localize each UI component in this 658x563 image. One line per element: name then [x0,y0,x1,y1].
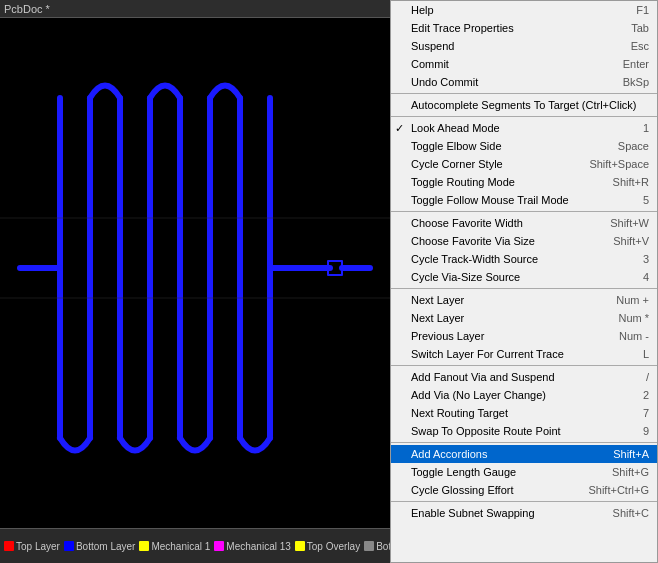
menu-item-label: Add Via (No Layer Change) [411,389,635,401]
layer-item[interactable]: Top Layer [4,541,60,552]
menu-item-add-accordions[interactable]: Add AccordionsShift+A [391,445,657,463]
menu-item-shortcut: Shift+A [613,448,649,460]
menu-item-label: Cycle Corner Style [411,158,581,170]
menu-item-label: Undo Commit [411,76,615,88]
menu-item-cycle-gloss[interactable]: Cycle Glossing EffortShift+Ctrl+G [391,481,657,499]
menu-item-shortcut: Num + [616,294,649,306]
menu-item-label: Next Routing Target [411,407,635,419]
menu-item-autocomplete[interactable]: Autocomplete Segments To Target (Ctrl+Cl… [391,96,657,114]
menu-item-toggle-elbow[interactable]: Toggle Elbow SideSpace [391,137,657,155]
menu-item-label: Next Layer [411,294,608,306]
menu-item-toggle-length[interactable]: Toggle Length GaugeShift+G [391,463,657,481]
menu-item-shortcut: F1 [636,4,649,16]
layer-item[interactable]: Bottom Layer [64,541,135,552]
menu-item-label: Cycle Track-Width Source [411,253,635,265]
menu-item-shortcut: 1 [643,122,649,134]
menu-item-label: Next Layer [411,312,610,324]
menu-item-label: Enable Subnet Swapping [411,507,605,519]
menu-separator [391,288,657,289]
menu-item-enable-subnet[interactable]: Enable Subnet SwappingShift+C [391,504,657,522]
menu-item-shortcut: Shift+R [613,176,649,188]
layer-color-swatch [295,541,305,551]
menu-item-commit[interactable]: CommitEnter [391,55,657,73]
menu-separator [391,116,657,117]
pcb-canvas [0,18,390,528]
menu-item-shortcut: Esc [631,40,649,52]
layer-label: Top Overlay [307,541,360,552]
menu-item-toggle-routing[interactable]: Toggle Routing ModeShift+R [391,173,657,191]
menu-item-shortcut: Enter [623,58,649,70]
layer-label: Top Layer [16,541,60,552]
menu-separator [391,365,657,366]
layer-item[interactable]: Mechanical 1 [139,541,210,552]
menu-item-suspend[interactable]: SuspendEsc [391,37,657,55]
menu-item-label: Edit Trace Properties [411,22,623,34]
menu-item-choose-via[interactable]: Choose Favorite Via SizeShift+V [391,232,657,250]
menu-item-help[interactable]: HelpF1 [391,1,657,19]
layer-color-swatch [364,541,374,551]
menu-item-label: Swap To Opposite Route Point [411,425,635,437]
menu-item-add-fanout[interactable]: Add Fanout Via and Suspend/ [391,368,657,386]
menu-item-edit-trace-props[interactable]: Edit Trace PropertiesTab [391,19,657,37]
title-label: PcbDoc * [4,3,50,15]
menu-item-add-via[interactable]: Add Via (No Layer Change)2 [391,386,657,404]
menu-item-cycle-track[interactable]: Cycle Track-Width Source3 [391,250,657,268]
menu-item-shortcut: Space [618,140,649,152]
menu-item-cycle-via[interactable]: Cycle Via-Size Source4 [391,268,657,286]
menu-item-label: Suspend [411,40,623,52]
layer-color-swatch [139,541,149,551]
menu-item-next-layer-plus[interactable]: Next LayerNum + [391,291,657,309]
layer-color-swatch [4,541,14,551]
menu-item-label: Choose Favorite Via Size [411,235,605,247]
menu-item-shortcut: Num * [618,312,649,324]
menu-item-toggle-follow[interactable]: Toggle Follow Mouse Trail Mode5 [391,191,657,209]
menu-item-label: Switch Layer For Current Trace [411,348,635,360]
menu-item-label: Commit [411,58,615,70]
menu-item-shortcut: 9 [643,425,649,437]
menu-item-shortcut: 2 [643,389,649,401]
menu-item-shortcut: Tab [631,22,649,34]
layer-label: Bottom Layer [76,541,135,552]
menu-item-undo-commit[interactable]: Undo CommitBkSp [391,73,657,91]
menu-item-swap-route[interactable]: Swap To Opposite Route Point9 [391,422,657,440]
menu-item-shortcut: / [646,371,649,383]
menu-item-prev-layer[interactable]: Previous LayerNum - [391,327,657,345]
menu-separator [391,501,657,502]
menu-item-shortcut: L [643,348,649,360]
menu-item-label: Toggle Elbow Side [411,140,610,152]
menu-item-switch-layer[interactable]: Switch Layer For Current TraceL [391,345,657,363]
layer-item[interactable]: Mechanical 13 [214,541,290,552]
menu-separator [391,211,657,212]
menu-item-shortcut: Shift+G [612,466,649,478]
menu-item-shortcut: 5 [643,194,649,206]
menu-item-label: Previous Layer [411,330,611,342]
menu-item-shortcut: BkSp [623,76,649,88]
menu-item-label: Help [411,4,628,16]
menu-item-shortcut: Shift+V [613,235,649,247]
menu-item-label: Cycle Via-Size Source [411,271,635,283]
menu-item-shortcut: Shift+W [610,217,649,229]
context-menu: HelpF1Edit Trace PropertiesTabSuspendEsc… [390,0,658,563]
checkmark-icon: ✓ [395,122,404,135]
menu-separator [391,93,657,94]
layer-label: Mechanical 13 [226,541,290,552]
layer-color-swatch [64,541,74,551]
menu-item-next-routing[interactable]: Next Routing Target7 [391,404,657,422]
menu-item-shortcut: Shift+C [613,507,649,519]
menu-item-label: Autocomplete Segments To Target (Ctrl+Cl… [411,99,649,111]
menu-item-label: Add Fanout Via and Suspend [411,371,638,383]
menu-item-label: Toggle Follow Mouse Trail Mode [411,194,635,206]
menu-item-shortcut: 4 [643,271,649,283]
menu-item-label: Cycle Glossing Effort [411,484,580,496]
menu-separator [391,442,657,443]
menu-item-label: Toggle Length Gauge [411,466,604,478]
menu-item-shortcut: Num - [619,330,649,342]
layer-color-swatch [214,541,224,551]
menu-item-next-layer-star[interactable]: Next LayerNum * [391,309,657,327]
menu-item-label: Choose Favorite Width [411,217,602,229]
menu-item-look-ahead[interactable]: ✓Look Ahead Mode1 [391,119,657,137]
layer-item[interactable]: Top Overlay [295,541,360,552]
menu-item-choose-width[interactable]: Choose Favorite WidthShift+W [391,214,657,232]
menu-item-shortcut: 3 [643,253,649,265]
menu-item-cycle-corner[interactable]: Cycle Corner StyleShift+Space [391,155,657,173]
